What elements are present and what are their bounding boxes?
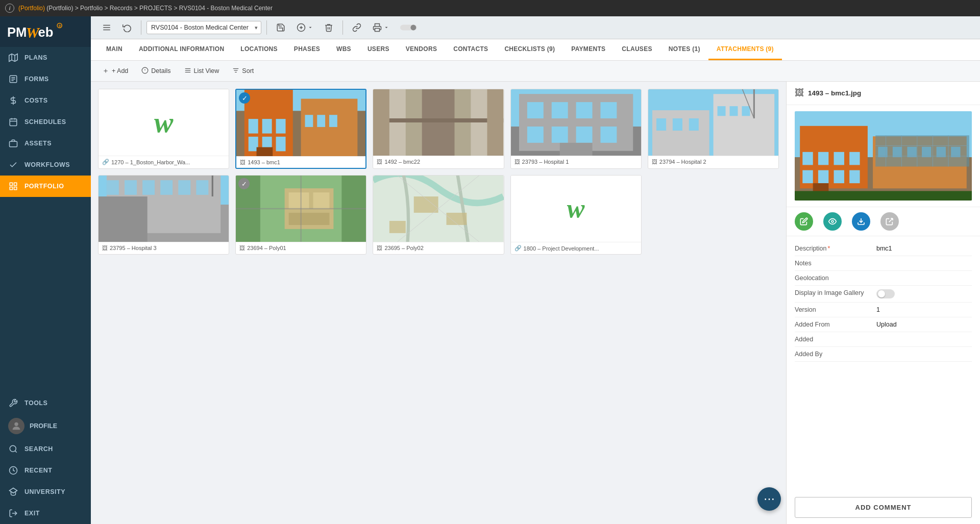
edit-action-btn[interactable] [795,212,813,231]
gallery-item[interactable]: 🖼 1492 – bmc22 [373,89,504,169]
dollar-icon [8,95,18,106]
toggle-knob [878,290,885,297]
record-select[interactable]: RVS0104 - Boston Medical Center [146,21,261,34]
gallery-toggle[interactable] [876,289,895,298]
thumbnail [99,176,229,242]
sidebar-item-exit[interactable]: EXIT [0,503,91,524]
panel-header: 🖼 1493 – bmc1.jpg [787,82,980,105]
sidebar-item-tools[interactable]: TOOLS [0,392,91,414]
add-comment-button[interactable]: ADD COMMENT [795,497,972,518]
right-panel: 🖼 1493 – bmc1.jpg [786,82,980,524]
tab-checklists[interactable]: CHECKLISTS (9) [496,39,563,60]
save-button[interactable] [272,20,289,35]
portfolio-link[interactable]: (Portfolio) [18,5,45,12]
tab-phases[interactable]: PHASES [286,39,328,60]
print-button[interactable] [369,20,393,35]
tab-clauses[interactable]: CLAUSES [614,39,660,60]
svg-rect-83 [652,110,709,156]
svg-rect-51 [262,119,272,133]
sidebar-item-recent[interactable]: RECENT [0,460,91,481]
toggle-button[interactable] [396,20,422,35]
list-icon [184,67,191,76]
tab-additional[interactable]: ADDITIONAL INFORMATION [131,39,232,60]
add-button[interactable] [292,20,317,35]
svg-rect-101 [142,180,155,195]
tab-wbs[interactable]: WBS [328,39,359,60]
item-name: 1493 – bmc1 [248,159,280,165]
svg-rect-49 [301,99,358,156]
image-icon: 🖼 [102,245,108,251]
svg-rect-19 [14,183,17,185]
caption: 🖼 23795 – Hospital 3 [99,242,229,254]
menu-button[interactable] [98,20,115,35]
tab-users[interactable]: USERS [359,39,398,60]
svg-rect-52 [276,119,286,133]
panel-fields: Description bmc1 Notes Geolocation Displ… [787,236,980,491]
item-name: 23794 – Hospital 2 [659,159,706,165]
list-view-btn[interactable]: List View [180,65,224,78]
svg-rect-98 [99,196,148,242]
view-action-btn[interactable] [823,212,842,231]
tab-locations[interactable]: LOCATIONS [232,39,285,60]
gallery-item[interactable]: 🖼 23793 – Hospital 1 [510,89,642,169]
tab-attachments[interactable]: ATTACHMENTS (9) [708,39,782,60]
tab-contacts[interactable]: CONTACTS [445,39,496,60]
svg-rect-73 [551,102,568,118]
sort-btn[interactable]: Sort [228,65,258,78]
forms-label: FORMS [24,76,49,83]
more-action-btn[interactable] [880,212,899,231]
sidebar-item-plans[interactable]: PLANS [0,47,91,68]
field-notes: Notes [795,256,972,271]
list-view-label: List View [194,67,219,74]
gallery-item[interactable]: 🖼 23795 – Hospital 3 [98,175,229,255]
gallery-item[interactable]: w 🔗 1270 – 1_Boston_Harbor_Wa... [98,89,229,169]
svg-rect-72 [527,102,543,118]
gallery-item[interactable]: ✓ 🖼 1493 – bmc1 [235,89,366,169]
fab-button[interactable]: ⋯ [757,487,781,511]
svg-rect-138 [802,170,813,184]
svg-point-22 [14,422,18,426]
delete-button[interactable] [320,20,337,35]
gallery-item[interactable]: 🖼 23695 – Poly02 [373,175,504,255]
image-icon: 🖼 [377,159,382,165]
sidebar-item-schedules[interactable]: SCHEDULES [0,111,91,133]
portfolio-label: PORTFOLIO [24,183,64,190]
undo-button[interactable] [118,20,136,35]
link-button[interactable] [348,20,365,35]
info-icon[interactable]: i [5,4,14,13]
sidebar-item-assets[interactable]: ASSETS [0,133,91,154]
tab-notes[interactable]: NOTES (1) [660,39,708,60]
description-label: Description [795,245,876,252]
svg-rect-88 [717,106,725,116]
sidebar-item-costs[interactable]: COSTS [0,90,91,111]
svg-rect-114 [289,213,330,225]
details-btn[interactable]: Details [137,65,175,78]
sort-icon [232,67,239,76]
tab-payments[interactable]: PAYMENTS [563,39,614,60]
sidebar-item-profile[interactable]: PROFILE [0,414,91,438]
version-value: 1 [876,306,880,313]
item-name: 23793 – Hospital 1 [522,159,569,165]
pmweb-logo: PM W eb ® [7,22,63,41]
svg-marker-5 [9,54,18,62]
tab-vendors[interactable]: VENDORS [398,39,445,60]
gallery-item[interactable]: 🖼 23794 – Hospital 2 [648,89,779,169]
gallery-item[interactable]: w 🔗 1800 – Project Development... [510,175,642,255]
sidebar-item-workflows[interactable]: WORKFLOWS [0,154,91,176]
costs-label: COSTS [24,97,48,104]
gallery-item[interactable]: ✓ 🖼 23694 – Poly01 [235,175,366,255]
sidebar-item-university[interactable]: UNIVERSITY [0,481,91,503]
svg-line-156 [889,218,893,222]
svg-rect-80 [559,143,592,156]
sidebar-item-forms[interactable]: FORMS [0,68,91,90]
download-action-btn[interactable] [852,212,870,231]
svg-rect-128 [802,152,813,165]
field-description: Description bmc1 [795,241,972,256]
sidebar-item-portfolio[interactable]: PORTFOLIO [0,176,91,197]
sidebar: PM W eb ® PLANS FORMS COSTS [0,16,91,524]
add-btn[interactable]: ＋ + Add [98,64,132,78]
sidebar-item-search[interactable]: SEARCH [0,438,91,460]
svg-rect-139 [818,170,828,184]
workflows-icon [8,160,18,170]
tab-main[interactable]: MAIN [98,39,131,60]
